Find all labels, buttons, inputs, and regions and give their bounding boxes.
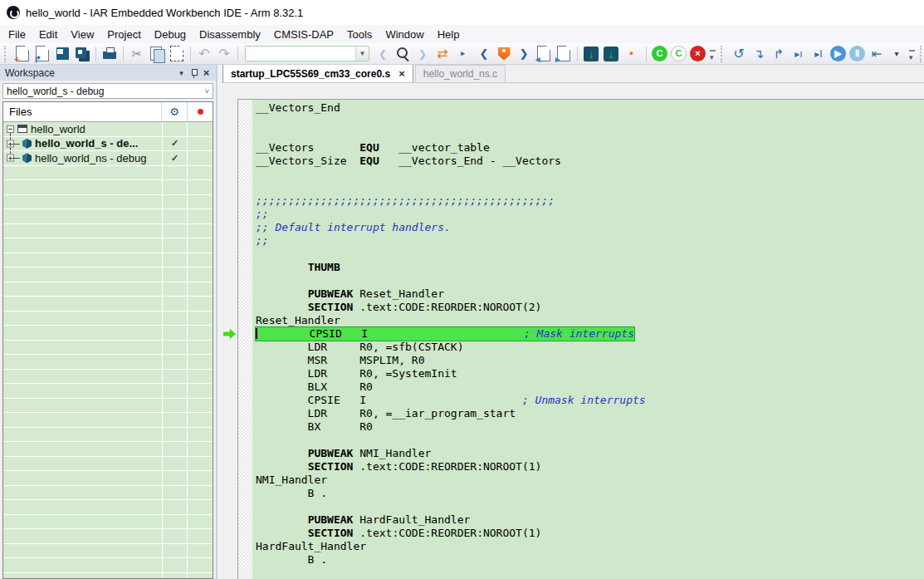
menu-item-tools[interactable]: Tools [340, 27, 379, 42]
previous-file-button[interactable]: ◂ [535, 45, 553, 63]
code-line[interactable] [256, 128, 924, 141]
code-line[interactable]: B . [256, 553, 924, 567]
run-to-cursor-button[interactable]: ▶ [830, 46, 846, 61]
toggle-search-button[interactable]: ⇄ [433, 45, 452, 63]
code-line[interactable]: THUMB [256, 261, 924, 274]
menu-item-file[interactable]: File [2, 27, 32, 42]
code-line[interactable]: SECTION .text:CODE:REORDER:NOROOT(1) [256, 527, 924, 540]
code-line[interactable]: CPSID I ; Mask interrupts [256, 327, 924, 341]
code-line[interactable]: SECTION .text:CODE:REORDER:NOROOT(2) [256, 301, 924, 314]
step-over-button[interactable]: ↱ [770, 45, 788, 63]
code-line[interactable] [256, 248, 924, 261]
code-line[interactable]: HardFault_Handler [256, 540, 924, 553]
reload-button[interactable]: C [671, 46, 687, 61]
code-line[interactable]: LDR R0, =sfb(CSTACK) [256, 341, 924, 354]
code-line[interactable]: ;; [256, 208, 924, 221]
menu-item-cmsis-dap[interactable]: CMSIS-DAP [267, 27, 340, 42]
save-all-button[interactable] [73, 45, 91, 63]
code-line[interactable]: CPSIE I ; Unmask interrupts [256, 394, 924, 407]
code-line[interactable]: SECTION .text:CODE:REORDER:NOROOT(1) [256, 460, 924, 474]
editor-gutter[interactable] [222, 83, 237, 579]
break-button[interactable]: ↴ [750, 45, 768, 63]
save-button[interactable] [53, 45, 71, 63]
code-line[interactable]: ;; Default interrupt handlers. [256, 221, 924, 234]
code-line[interactable]: MSR MSPLIM, R0 [256, 354, 924, 367]
code-line[interactable]: PUBWEAK Reset_Handler [256, 287, 924, 301]
editor-tab-startup_LPC55S69_cm33_core0s[interactable]: startup_LPC55S69_cm33_core0.s× [222, 65, 413, 82]
expand-box-icon[interactable]: + [7, 140, 14, 147]
menu-item-disassembly[interactable]: Disassembly [193, 27, 267, 42]
code-line[interactable]: NMI_Handler [256, 474, 924, 487]
code-line[interactable] [256, 274, 924, 287]
code-line[interactable]: __Vectors EQU __vector_table [256, 141, 924, 155]
paste-button[interactable] [168, 45, 186, 63]
redo-button[interactable]: ↷ [215, 45, 233, 63]
menu-item-help[interactable]: Help [431, 27, 467, 42]
workspace-config-selector[interactable]: hello_world_s - debug ˅ [2, 83, 213, 99]
code-line[interactable]: Reset_Handler [256, 314, 924, 327]
tab-close-icon[interactable]: × [398, 68, 405, 79]
undo-button[interactable]: ↶ [195, 45, 213, 63]
make-button[interactable]: ↓ [582, 45, 600, 63]
code-line[interactable] [256, 115, 924, 128]
code-line[interactable]: BX R0 [256, 420, 924, 434]
code-line[interactable] [256, 434, 924, 447]
code-line[interactable]: PUBWEAK HardFault_Handler [256, 513, 924, 527]
menu-item-debug[interactable]: Debug [148, 27, 193, 42]
code-line[interactable]: LDR R0, =SystemInit [256, 367, 924, 380]
code-line[interactable]: B . [256, 487, 924, 500]
code-line[interactable]: PUBWEAK NMI_Handler [256, 447, 924, 460]
code-line[interactable]: ;;;;;;;;;;;;;;;;;;;;;;;;;;;;;;;;;;;;;;;;… [256, 194, 924, 208]
breakpoint-margin[interactable] [238, 100, 252, 579]
step-out-button[interactable]: ▸I [809, 45, 828, 63]
browse-back-button[interactable]: ❮ [374, 45, 392, 63]
pause-button[interactable]: Ⅱ [849, 46, 865, 61]
workspace-menu-dropdown-icon[interactable]: ▾ [175, 66, 188, 79]
open-document-button[interactable]: ↱ [33, 45, 51, 63]
code-line[interactable] [256, 168, 924, 181]
menu-item-view[interactable]: View [64, 27, 100, 42]
find-in-files-button[interactable]: ▸ [453, 45, 473, 63]
download-and-debug-button[interactable]: ↓ [602, 45, 620, 63]
workspace-close-icon[interactable]: × [200, 66, 213, 80]
menu-item-window[interactable]: Window [379, 27, 430, 42]
tree-row-hello_world[interactable]: −hello_world [3, 122, 213, 137]
reset-button[interactable]: ↺ [730, 45, 748, 63]
stop-debugging-button[interactable]: ⇤ [868, 45, 886, 63]
code-line[interactable]: ;; [256, 234, 924, 248]
expand-box-icon[interactable]: + [7, 155, 14, 162]
next-bookmark-button[interactable]: ❯ [515, 45, 533, 63]
browse-forward-button[interactable]: ❯ [413, 45, 432, 63]
step-into-button[interactable]: ▸ı [790, 45, 808, 63]
code-line[interactable]: LDR R0, =__iar_program_start [256, 407, 924, 420]
debug-log-button[interactable]: ● [622, 45, 642, 63]
tree-row-hello_world_nsdebug[interactable]: +hello_world_ns - debug✓ [3, 151, 213, 166]
toggle-bookmark-button[interactable] [495, 45, 513, 63]
find-input[interactable] [246, 47, 355, 61]
new-document-button[interactable]: + [13, 45, 32, 63]
go-button[interactable]: C [652, 46, 667, 61]
debug-options-dropdown[interactable]: ▾ [887, 45, 906, 63]
copy-button[interactable] [148, 45, 166, 63]
find-button[interactable] [394, 45, 412, 63]
collapse-box-icon[interactable]: − [7, 125, 14, 133]
panel-splitter[interactable] [216, 65, 222, 579]
find-combo[interactable]: ▼ [245, 46, 369, 61]
code-line[interactable]: BLX R0 [256, 380, 924, 394]
code-line[interactable]: __Vectors_Size EQU __Vectors_End - __Vec… [256, 155, 924, 168]
previous-bookmark-button[interactable]: ❮ [475, 45, 493, 63]
editor-tab-hello_world_nsc[interactable]: hello_world_ns.c [415, 65, 506, 82]
find-dropdown-icon[interactable]: ▼ [355, 47, 369, 61]
cut-button[interactable]: ✂ [128, 45, 146, 63]
next-file-button[interactable]: ▸ [555, 45, 573, 63]
menu-item-edit[interactable]: Edit [32, 27, 64, 42]
code-line[interactable]: __Vectors_End [256, 101, 924, 115]
workspace-pin-icon[interactable] [188, 66, 200, 79]
stop-button[interactable]: × [690, 46, 706, 61]
code-line[interactable] [256, 500, 924, 513]
code-line[interactable] [256, 181, 924, 194]
print-button[interactable] [100, 45, 119, 63]
menu-item-project[interactable]: Project [100, 27, 147, 42]
code-area[interactable]: __Vectors_End__Vectors EQU __vector_tabl… [252, 100, 924, 579]
tree-row-hello_world_sde[interactable]: +hello_world_s - de...✓ [3, 137, 213, 152]
